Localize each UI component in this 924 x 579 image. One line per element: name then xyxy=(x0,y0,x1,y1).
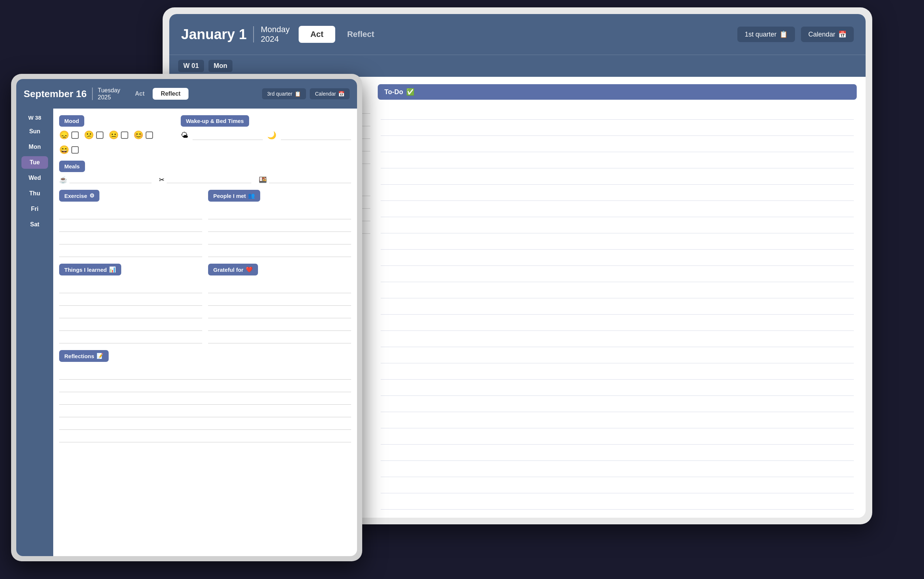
ref-line-2 xyxy=(59,380,351,392)
back-day-info: Monday 2024 xyxy=(261,25,289,44)
mood-emoji-5: 😄 xyxy=(59,145,69,155)
mood-item-4: 😊 xyxy=(133,130,153,140)
front-header-right: 3rd quarter 📋 Calendar 📅 xyxy=(262,88,350,99)
back-calendar-btn[interactable]: Calendar 📅 xyxy=(801,26,854,42)
todo-line-15 xyxy=(381,331,854,347)
learned-grateful-row: Things I learned 📊 Gra xyxy=(59,263,351,344)
sidebar-item-thu[interactable]: Thu xyxy=(21,187,48,200)
mood-emoji-4: 😊 xyxy=(133,130,143,140)
people-icon: 👥 xyxy=(248,192,255,199)
ex-line-4 xyxy=(59,245,202,257)
sidebar-item-tue[interactable]: Tue xyxy=(21,156,48,169)
mood-checkbox-3[interactable] xyxy=(121,131,128,139)
exercise-lines xyxy=(59,208,202,257)
meals-section: Meals ☕ ✂ 🍱 xyxy=(59,160,351,184)
todo-line-20 xyxy=(381,412,854,429)
calendar-icon: 📅 xyxy=(838,30,846,38)
front-quarter-btn[interactable]: 3rd quarter 📋 xyxy=(262,88,306,99)
back-tab-act[interactable]: Act xyxy=(299,26,335,43)
sunrise-icon: 🌤 xyxy=(181,131,188,139)
people-line-2 xyxy=(208,220,351,232)
bento-icon: 🍱 xyxy=(259,176,267,184)
todo-line-7 xyxy=(381,201,854,217)
bed-time-input[interactable] xyxy=(281,130,351,140)
things-learned-label[interactable]: Things I learned 📊 xyxy=(59,263,121,275)
back-week-badge[interactable]: W 01 xyxy=(178,60,204,72)
mood-item-3: 😐 xyxy=(109,130,128,140)
todo-lines-area xyxy=(378,100,857,518)
exercise-icon: ⚙ xyxy=(89,192,94,199)
reflections-icon: 📝 xyxy=(97,353,103,359)
todo-line-23 xyxy=(381,461,854,477)
todo-icon: ✅ xyxy=(406,88,414,96)
heart-icon: ❤️ xyxy=(246,266,253,273)
learned-line-5 xyxy=(59,332,202,343)
front-tab-reflect[interactable]: Reflect xyxy=(153,88,189,100)
sidebar-item-sat[interactable]: Sat xyxy=(21,218,48,231)
lunch-input[interactable] xyxy=(167,177,251,183)
people-line-1 xyxy=(208,208,351,219)
sidebar-item-sun[interactable]: Sun xyxy=(21,125,48,138)
back-date: January 1 xyxy=(181,26,246,43)
back-header: January 1 Monday 2024 Act Reflect 1st qu… xyxy=(169,14,866,55)
sidebar-item-fri[interactable]: Fri xyxy=(21,203,48,215)
todo-line-4 xyxy=(381,152,854,168)
back-quarter-btn[interactable]: 1st quarter 📋 xyxy=(737,26,795,42)
reflections-lines xyxy=(59,368,351,442)
front-tab-act[interactable]: Act xyxy=(127,88,153,100)
exercise-label[interactable]: Exercise ⚙ xyxy=(59,190,99,201)
breakfast-input[interactable] xyxy=(69,177,151,183)
ref-line-3 xyxy=(59,393,351,405)
front-sidebar: W 38 Sun Mon Tue Wed Thu Fri Sat xyxy=(16,109,53,556)
reflections-section: Reflections 📝 xyxy=(59,350,351,442)
todo-btn[interactable]: To-Do ✅ xyxy=(378,84,857,100)
mood-checkbox-1[interactable] xyxy=(71,131,79,139)
grateful-section: Grateful for ❤️ xyxy=(208,263,351,344)
people-label[interactable]: People I met 👥 xyxy=(208,190,260,201)
reflections-label[interactable]: Reflections 📝 xyxy=(59,350,109,362)
exercise-people-row: Exercise ⚙ People I met xyxy=(59,190,351,258)
back-header-right: 1st quarter 📋 Calendar 📅 xyxy=(737,26,854,42)
things-learned-section: Things I learned 📊 xyxy=(59,263,202,344)
mood-emoji-1: 😞 xyxy=(59,130,69,140)
mood-checkbox-4[interactable] xyxy=(146,131,153,139)
grateful-lines xyxy=(208,281,351,343)
sidebar-item-wed[interactable]: Wed xyxy=(21,172,48,184)
people-line-4 xyxy=(208,245,351,257)
mood-item-2: 😕 xyxy=(84,130,103,140)
meals-row: ☕ ✂ 🍱 xyxy=(59,176,351,184)
learned-line-3 xyxy=(59,306,202,318)
ex-line-2 xyxy=(59,220,202,232)
learned-icon: 📊 xyxy=(109,266,116,273)
grateful-label[interactable]: Grateful for ❤️ xyxy=(208,263,258,275)
back-tab-reflect[interactable]: Reflect xyxy=(335,26,386,43)
dinner-input[interactable] xyxy=(269,177,351,183)
learned-line-4 xyxy=(59,319,202,331)
front-calendar-btn[interactable]: Calendar 📅 xyxy=(310,88,350,99)
todo-line-22 xyxy=(381,445,854,461)
todo-line-12 xyxy=(381,282,854,298)
wake-time-input[interactable] xyxy=(192,130,263,140)
front-main-content: Mood 😞 😕 😐 xyxy=(53,109,357,556)
back-day-badge[interactable]: Mon xyxy=(208,60,233,72)
sidebar-item-mon[interactable]: Mon xyxy=(21,141,48,153)
front-body: W 38 Sun Mon Tue Wed Thu Fri Sat Mood xyxy=(16,109,357,556)
front-tabs: Act Reflect xyxy=(127,88,189,100)
front-week-badge[interactable]: W 38 xyxy=(28,114,41,121)
todo-line-13 xyxy=(381,298,854,315)
todo-line-10 xyxy=(381,250,854,266)
wake-bed-label[interactable]: Wake-up & Bed Times xyxy=(181,115,249,127)
front-header-divider xyxy=(92,88,93,100)
grateful-line-3 xyxy=(208,306,351,318)
moon-icon: 🌙 xyxy=(267,131,276,139)
meal-dinner: 🍱 xyxy=(259,176,351,184)
meals-label[interactable]: Meals xyxy=(59,160,85,172)
waketime-section: Wake-up & Bed Times 🌤 🌙 xyxy=(181,115,351,155)
mood-label[interactable]: Mood xyxy=(59,115,84,127)
utensils-icon: ✂ xyxy=(159,176,164,184)
todo-line-19 xyxy=(381,396,854,412)
todo-line-5 xyxy=(381,168,854,185)
mood-checkbox-2[interactable] xyxy=(96,131,103,139)
front-calendar-icon: 📅 xyxy=(338,91,345,97)
mood-checkbox-5[interactable] xyxy=(71,146,79,154)
